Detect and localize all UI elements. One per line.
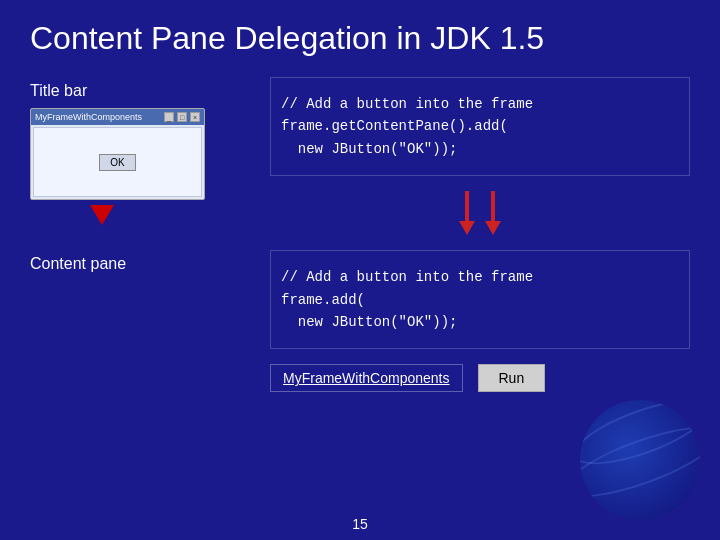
arrow-right-head xyxy=(485,221,501,235)
window-title-text: MyFrameWithComponents xyxy=(35,112,161,122)
page-number: 15 xyxy=(0,516,720,532)
window-titlebar: MyFrameWithComponents _ □ × xyxy=(31,109,204,125)
code-top-line3: new JButton("OK")); xyxy=(281,138,679,160)
code-bottom-line2: frame.add( xyxy=(281,289,679,311)
arrow-left-shaft xyxy=(465,191,469,221)
window-body: OK xyxy=(33,127,202,197)
window-maximize-btn: □ xyxy=(177,112,187,122)
content-pane-label: Content pane xyxy=(30,255,250,273)
run-button[interactable]: Run xyxy=(478,364,546,392)
arrow-right-shaft xyxy=(491,191,495,221)
code-block-top: // Add a button into the frame frame.get… xyxy=(270,77,690,176)
left-panel: Title bar MyFrameWithComponents _ □ × OK… xyxy=(30,72,250,492)
myframe-link-button[interactable]: MyFrameWithComponents xyxy=(270,364,463,392)
top-left-section: Title bar MyFrameWithComponents _ □ × OK xyxy=(30,82,250,225)
window-minimize-btn: _ xyxy=(164,112,174,122)
code-top-line2: frame.getContentPane().add( xyxy=(281,115,679,137)
window-mockup: MyFrameWithComponents _ □ × OK xyxy=(30,108,205,200)
window-close-btn: × xyxy=(190,112,200,122)
code-top-line1: // Add a button into the frame xyxy=(281,93,679,115)
arrow-to-content-pane xyxy=(90,205,114,225)
arrow-right xyxy=(485,191,501,235)
arrow-left xyxy=(459,191,475,235)
code-block-bottom: // Add a button into the frame frame.add… xyxy=(270,250,690,349)
ok-button-mockup: OK xyxy=(99,154,135,171)
code-bottom-line3: new JButton("OK")); xyxy=(281,311,679,333)
arrow-left-head xyxy=(459,221,475,235)
code-bottom-line1: // Add a button into the frame xyxy=(281,266,679,288)
title-bar-label: Title bar xyxy=(30,82,250,100)
double-arrow xyxy=(270,186,690,240)
bottom-buttons: MyFrameWithComponents Run xyxy=(270,364,690,392)
page-title: Content Pane Delegation in JDK 1.5 xyxy=(0,0,720,72)
globe-decoration xyxy=(580,400,700,520)
